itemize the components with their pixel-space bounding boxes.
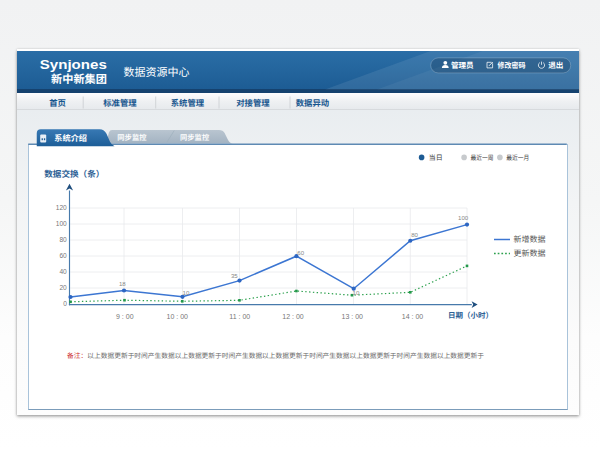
- svg-text:最近一周: 最近一周: [471, 154, 494, 161]
- svg-text:更新数据: 更新数据: [514, 249, 546, 258]
- svg-text:系统介绍: 系统介绍: [54, 133, 87, 143]
- svg-text:60: 60: [297, 249, 304, 256]
- svg-text:数据交换（条）: 数据交换（条）: [44, 169, 104, 179]
- svg-text:120: 120: [56, 204, 67, 211]
- svg-text:80: 80: [411, 231, 418, 238]
- svg-text:日期（小时）: 日期（小时）: [448, 311, 493, 320]
- svg-text:60: 60: [59, 252, 67, 259]
- svg-text:35: 35: [231, 272, 238, 279]
- svg-text:对接管理: 对接管理: [236, 98, 270, 108]
- svg-text:以上数据更新于时间产生数据以上数据更新于时间产生数据以上数据: 以上数据更新于时间产生数据以上数据更新于时间产生数据以上数据更新于时间产生数据以…: [87, 352, 484, 359]
- svg-text:数据资源中心: 数据资源中心: [124, 66, 190, 78]
- svg-text:标准管理: 标准管理: [103, 98, 137, 108]
- svg-text:14 : 00: 14 : 00: [402, 313, 424, 320]
- svg-text:新中新集团: 新中新集团: [51, 73, 107, 85]
- svg-text:最近一月: 最近一月: [506, 154, 529, 161]
- svg-text:9 : 00: 9 : 00: [116, 313, 134, 320]
- svg-text:13 : 00: 13 : 00: [342, 313, 364, 320]
- svg-text:100: 100: [458, 214, 469, 221]
- svg-text:10 : 00: 10 : 00: [167, 313, 189, 320]
- svg-text:系统管理: 系统管理: [171, 98, 205, 108]
- svg-text:12 : 00: 12 : 00: [282, 313, 304, 320]
- svg-text:Synjones: Synjones: [40, 58, 107, 72]
- svg-text:备注：: 备注：: [67, 352, 87, 359]
- svg-text:数据异动: 数据异动: [296, 98, 330, 108]
- svg-text:同步监控: 同步监控: [117, 133, 147, 142]
- svg-text:当日: 当日: [429, 154, 443, 161]
- svg-text:10: 10: [353, 289, 360, 296]
- svg-text:20: 20: [59, 284, 67, 291]
- svg-text:11 : 00: 11 : 00: [229, 313, 250, 320]
- svg-text:80: 80: [59, 236, 67, 243]
- svg-text:0: 0: [63, 300, 67, 307]
- svg-text:新增数据: 新增数据: [514, 235, 546, 244]
- svg-text:同步监控: 同步监控: [180, 133, 210, 142]
- svg-text:修改密码: 修改密码: [497, 61, 525, 70]
- svg-text:100: 100: [56, 220, 67, 227]
- svg-text:18: 18: [119, 280, 126, 287]
- svg-text:40: 40: [59, 268, 67, 275]
- svg-text:退出: 退出: [548, 61, 563, 70]
- svg-text:首页: 首页: [49, 98, 66, 108]
- svg-text:管理员: 管理员: [451, 61, 474, 70]
- svg-text:10: 10: [183, 289, 190, 296]
